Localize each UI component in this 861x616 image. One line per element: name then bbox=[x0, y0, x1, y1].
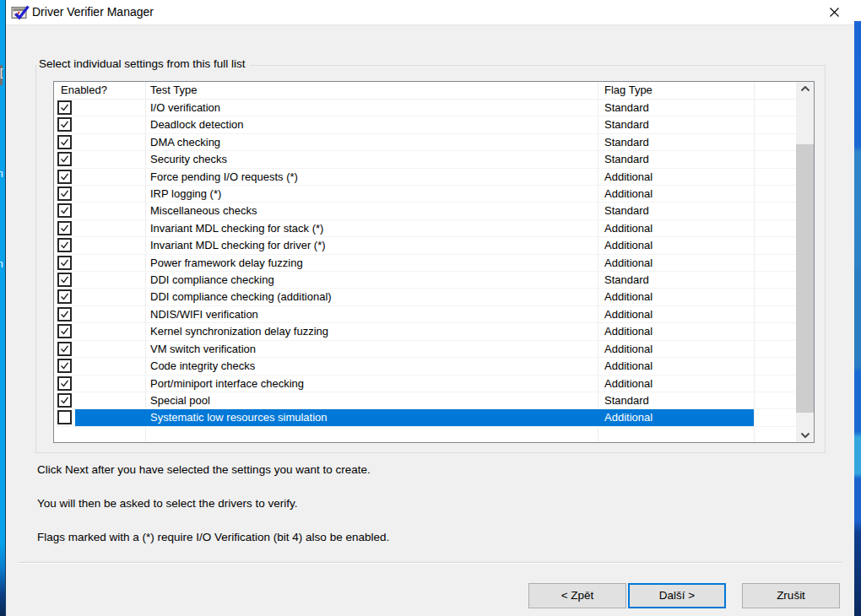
background-window-left-edge: [ n n bbox=[0, 0, 6, 616]
flag-type-cell: Additional bbox=[604, 409, 653, 425]
row-checkbox-checked[interactable] bbox=[57, 170, 72, 184]
flag-type-cell: Additional bbox=[604, 358, 653, 374]
background-text-fragment: n bbox=[0, 259, 3, 269]
chevron-down-icon bbox=[800, 432, 810, 438]
flag-type-cell: Additional bbox=[604, 306, 653, 322]
list-row[interactable]: Miscellaneous checksStandard bbox=[54, 203, 814, 219]
column-header-enabled[interactable]: Enabled? bbox=[61, 82, 107, 99]
row-checkbox-checked[interactable] bbox=[57, 238, 72, 252]
row-checkbox-checked[interactable] bbox=[57, 324, 72, 338]
test-type-cell: Code integrity checks bbox=[150, 358, 255, 374]
flag-type-cell: Standard bbox=[604, 116, 649, 132]
list-row[interactable]: DDI compliance checkingStandard bbox=[54, 272, 814, 289]
test-type-cell: Invariant MDL checking for driver (*) bbox=[150, 237, 326, 253]
vertical-scrollbar[interactable] bbox=[796, 82, 814, 442]
test-type-cell: Kernel synchronization delay fuzzing bbox=[150, 323, 328, 339]
settings-group-box: Select individual settings from this ful… bbox=[35, 65, 826, 453]
list-row[interactable]: NDIS/WIFI verificationAdditional bbox=[54, 306, 814, 323]
test-type-cell: NDIS/WIFI verification bbox=[150, 306, 258, 322]
list-row[interactable]: Special poolStandard bbox=[54, 392, 814, 409]
list-row[interactable]: VM switch verificationAdditional bbox=[54, 341, 814, 358]
flag-type-cell: Additional bbox=[604, 237, 653, 253]
cancel-button[interactable]: Zrušit bbox=[742, 583, 840, 608]
settings-list[interactable]: Enabled? Test Type Flag Type I/O verific… bbox=[53, 81, 815, 443]
row-checkbox-checked[interactable] bbox=[57, 376, 72, 391]
scroll-down-button[interactable] bbox=[796, 428, 814, 442]
list-row[interactable]: Kernel synchronization delay fuzzingAddi… bbox=[54, 323, 814, 340]
row-checkbox-checked[interactable] bbox=[57, 135, 72, 149]
back-button[interactable]: < Zpět bbox=[528, 583, 626, 608]
flag-type-cell: Additional bbox=[604, 341, 653, 357]
test-type-cell: Power framework delay fuzzing bbox=[150, 255, 303, 271]
next-button[interactable]: Další > bbox=[628, 583, 726, 608]
background-window-right-top bbox=[854, 0, 861, 21]
list-row[interactable]: IRP logging (*)Additional bbox=[54, 186, 814, 203]
row-checkbox-checked[interactable] bbox=[57, 273, 72, 287]
instruction-select-drivers: You will then be asked to select the dri… bbox=[37, 497, 297, 510]
row-checkbox-checked[interactable] bbox=[57, 152, 72, 166]
list-row[interactable]: Port/miniport interface checkingAddition… bbox=[54, 376, 814, 392]
test-type-cell: Systematic low resources simulation bbox=[150, 409, 328, 425]
row-checkbox-checked[interactable] bbox=[57, 186, 72, 201]
scrollbar-thumb[interactable] bbox=[796, 144, 814, 413]
column-header-flag-type[interactable]: Flag Type bbox=[604, 82, 653, 99]
test-type-cell: VM switch verification bbox=[150, 341, 256, 357]
list-row[interactable]: Security checksStandard bbox=[54, 151, 814, 168]
window-title: Driver Verifier Manager bbox=[32, 0, 154, 25]
test-type-cell: Miscellaneous checks bbox=[150, 203, 257, 219]
list-header: Enabled? Test Type Flag Type bbox=[54, 82, 814, 100]
test-type-cell: Force pending I/O requests (*) bbox=[150, 169, 298, 185]
list-row[interactable]: Systematic low resources simulationAddit… bbox=[54, 409, 814, 426]
background-text-fragment: [ bbox=[0, 68, 3, 78]
list-rows: I/O verificationStandardDeadlock detecti… bbox=[54, 100, 814, 427]
flag-type-cell: Additional bbox=[604, 376, 653, 392]
list-row[interactable]: DMA checkingStandard bbox=[54, 134, 814, 151]
test-type-cell: DDI compliance checking bbox=[150, 272, 274, 288]
list-row[interactable]: Invariant MDL checking for stack (*)Addi… bbox=[54, 220, 814, 237]
driver-verifier-manager-dialog: Driver Verifier Manager Select individua… bbox=[6, 0, 854, 616]
flag-type-cell: Additional bbox=[604, 289, 653, 305]
close-button[interactable] bbox=[821, 1, 847, 24]
flag-type-cell: Standard bbox=[604, 134, 649, 150]
row-checkbox-checked[interactable] bbox=[57, 342, 72, 356]
flag-type-cell: Additional bbox=[604, 255, 653, 271]
row-checkbox-checked[interactable] bbox=[57, 117, 72, 132]
row-checkbox-unchecked[interactable] bbox=[57, 410, 72, 424]
flag-type-cell: Standard bbox=[604, 203, 649, 219]
flag-type-cell: Additional bbox=[604, 323, 653, 339]
row-checkbox-checked[interactable] bbox=[57, 393, 72, 408]
list-row[interactable]: Invariant MDL checking for driver (*)Add… bbox=[54, 237, 814, 254]
flag-type-cell: Standard bbox=[604, 100, 649, 116]
scroll-up-button[interactable] bbox=[796, 82, 814, 96]
list-row[interactable]: Deadlock detectionStandard bbox=[54, 116, 814, 133]
test-type-cell: IRP logging (*) bbox=[150, 186, 221, 202]
list-row[interactable]: Force pending I/O requests (*)Additional bbox=[54, 169, 814, 186]
list-row[interactable]: Code integrity checksAdditional bbox=[54, 358, 814, 375]
row-checkbox-checked[interactable] bbox=[57, 256, 72, 270]
test-type-cell: DMA checking bbox=[150, 134, 220, 150]
row-checkbox-checked[interactable] bbox=[57, 100, 72, 115]
list-row[interactable]: I/O verificationStandard bbox=[54, 100, 814, 116]
row-checkbox-checked[interactable] bbox=[57, 221, 72, 235]
column-header-test-type[interactable]: Test Type bbox=[150, 82, 197, 99]
screen: [ n n Driver Verifier Manager bbox=[0, 0, 861, 616]
test-type-cell: I/O verification bbox=[150, 100, 220, 116]
flag-type-cell: Additional bbox=[604, 169, 653, 185]
row-checkbox-checked[interactable] bbox=[57, 307, 72, 322]
flag-type-cell: Additional bbox=[604, 186, 653, 202]
list-row[interactable]: DDI compliance checking (additional)Addi… bbox=[54, 289, 814, 305]
test-type-cell: Invariant MDL checking for stack (*) bbox=[150, 220, 323, 236]
row-checkbox-checked[interactable] bbox=[57, 203, 72, 218]
instruction-click-next: Click Next after you have selected the s… bbox=[37, 463, 371, 476]
flag-type-cell: Standard bbox=[604, 392, 649, 408]
background-text-fragment: n bbox=[0, 169, 3, 179]
flag-type-cell: Additional bbox=[604, 220, 653, 236]
group-box-label: Select individual settings from this ful… bbox=[37, 57, 251, 70]
button-row-separator bbox=[19, 562, 842, 564]
test-type-cell: Security checks bbox=[150, 151, 227, 167]
row-checkbox-checked[interactable] bbox=[57, 359, 72, 373]
background-window-right-edge bbox=[854, 21, 861, 616]
flag-type-cell: Standard bbox=[604, 272, 649, 288]
list-row[interactable]: Power framework delay fuzzingAdditional bbox=[54, 255, 814, 272]
row-checkbox-checked[interactable] bbox=[57, 289, 72, 304]
